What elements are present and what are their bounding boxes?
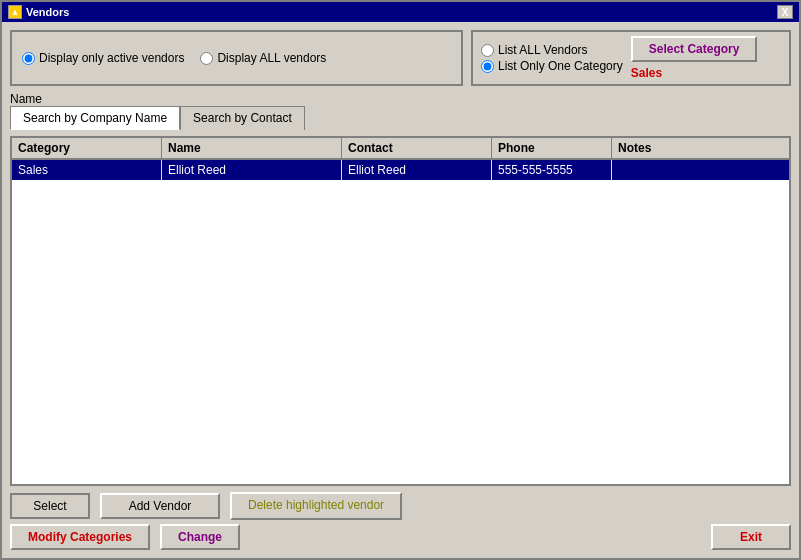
- select-category-button[interactable]: Select Category: [631, 36, 758, 62]
- delete-highlighted-button[interactable]: Delete highlighted vendor: [230, 492, 402, 520]
- category-radio-group: List ALL Vendors List Only One Category: [481, 43, 623, 73]
- table-header: Category Name Contact Phone Notes: [12, 138, 789, 160]
- search-tabs: Search by Company Name Search by Contact: [10, 106, 791, 130]
- bottom-row2: Modify Categories Change Exit: [10, 524, 791, 550]
- list-all-vendors-label: List ALL Vendors: [498, 43, 588, 57]
- modify-categories-button[interactable]: Modify Categories: [10, 524, 150, 550]
- exit-button[interactable]: Exit: [711, 524, 791, 550]
- list-all-vendors-option[interactable]: List ALL Vendors: [481, 43, 623, 57]
- selected-category-value: Sales: [631, 66, 662, 80]
- all-vendors-option[interactable]: Display ALL vendors: [200, 51, 326, 65]
- vendors-table: Category Name Contact Phone Notes Sales …: [10, 136, 791, 486]
- cell-notes: [612, 160, 789, 180]
- active-vendors-label: Display only active vendors: [39, 51, 184, 65]
- vendors-window: ▲ Vendors X Display only active vendors …: [0, 0, 801, 560]
- select-button[interactable]: Select: [10, 493, 90, 519]
- name-search-label: Name: [10, 92, 42, 106]
- change-button[interactable]: Change: [160, 524, 240, 550]
- col-phone: Phone: [492, 138, 612, 158]
- category-section: List ALL Vendors List Only One Category …: [471, 30, 791, 86]
- window-title: Vendors: [26, 6, 69, 18]
- top-filters: Display only active vendors Display ALL …: [10, 30, 791, 86]
- name-search-row: Name: [10, 92, 791, 106]
- active-vendors-option[interactable]: Display only active vendors: [22, 51, 184, 65]
- col-notes: Notes: [612, 138, 789, 158]
- cell-name: Elliot Reed: [162, 160, 342, 180]
- all-vendors-label: Display ALL vendors: [217, 51, 326, 65]
- list-one-category-label: List Only One Category: [498, 59, 623, 73]
- window-icon: ▲: [8, 5, 22, 19]
- tab-search-by-contact[interactable]: Search by Contact: [180, 106, 305, 130]
- list-one-category-option[interactable]: List Only One Category: [481, 59, 623, 73]
- title-bar: ▲ Vendors X: [2, 2, 799, 22]
- category-top: List ALL Vendors List Only One Category …: [481, 36, 781, 80]
- col-contact: Contact: [342, 138, 492, 158]
- add-vendor-button[interactable]: Add Vendor: [100, 493, 220, 519]
- table-row[interactable]: Sales Elliot Reed Elliot Reed 555-555-55…: [12, 160, 789, 180]
- tab-search-by-company[interactable]: Search by Company Name: [10, 106, 180, 130]
- cell-phone: 555-555-5555: [492, 160, 612, 180]
- cell-contact: Elliot Reed: [342, 160, 492, 180]
- col-category: Category: [12, 138, 162, 158]
- cell-category: Sales: [12, 160, 162, 180]
- bottom-area: Select Add Vendor Delete highlighted ven…: [10, 492, 791, 550]
- main-content: Display only active vendors Display ALL …: [2, 22, 799, 558]
- vendor-filter-group: Display only active vendors Display ALL …: [10, 30, 463, 86]
- bottom-row1: Select Add Vendor Delete highlighted ven…: [10, 492, 791, 520]
- col-name: Name: [162, 138, 342, 158]
- close-button[interactable]: X: [777, 5, 793, 19]
- search-section: Name Search by Company Name Search by Co…: [10, 92, 791, 130]
- table-body: Sales Elliot Reed Elliot Reed 555-555-55…: [12, 160, 789, 484]
